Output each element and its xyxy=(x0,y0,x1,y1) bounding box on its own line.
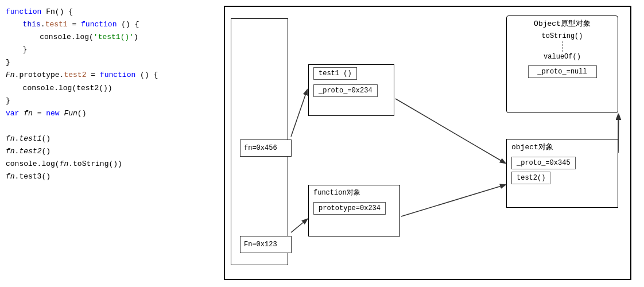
code-line-3: console.log('test1()') xyxy=(6,31,212,44)
valueof-row: valueOf() xyxy=(507,52,618,62)
code-line-9: var fn = new Fun() xyxy=(6,107,212,120)
test2-cell: test2() xyxy=(511,172,550,184)
obj-proto-title: Object原型对象 xyxy=(507,16,618,31)
prototype-cell: prototype=0x234 xyxy=(313,202,386,215)
null-cell: _proto_=null xyxy=(528,65,597,78)
outer-box: fn=0x456 Fn=0x123 test1 () _proto_=0x234… xyxy=(224,6,631,280)
obj-inner-cell1: _proto_=0x345 xyxy=(511,157,613,169)
svg-line-1 xyxy=(395,99,505,163)
proto345-cell: _proto_=0x345 xyxy=(511,157,576,169)
svg-line-5 xyxy=(618,115,619,152)
Fn-box: Fn=0x123 xyxy=(240,236,292,253)
svg-line-3 xyxy=(401,185,505,216)
code-line-12: fn.test2() xyxy=(6,145,212,158)
fn-box: fn=0x456 xyxy=(240,139,292,157)
tostring-row: toString() xyxy=(507,31,618,41)
svg-line-0 xyxy=(291,90,307,137)
keyword-this: this xyxy=(14,20,41,29)
code-line-2: this.test1 = function () { xyxy=(6,18,212,31)
code-line-7: console.log(test2()) xyxy=(6,82,212,95)
code-line-4: } xyxy=(6,44,212,56)
Fn-label: Fn=0x123 xyxy=(244,241,277,249)
diagram-panel: fn=0x456 Fn=0x123 test1 () _proto_=0x234… xyxy=(224,6,641,281)
test1-cell: test1 () xyxy=(313,67,357,80)
code-line-11: fn.test1() xyxy=(6,133,212,145)
obj-proto-box: Object原型对象 toString() valueOf() _proto_=… xyxy=(506,15,618,113)
code-line-blank xyxy=(6,120,212,133)
func-obj-title: function对象 xyxy=(309,185,399,200)
instance-row2: _proto_=0x234 xyxy=(309,82,394,99)
obj-instance-box: object对象 _proto_=0x345 test2() xyxy=(506,139,618,208)
dashed-line-1 xyxy=(562,41,562,52)
fn-label: fn=0x456 xyxy=(244,144,277,152)
obj-inner-cell2: test2() xyxy=(511,172,613,184)
code-line-5: } xyxy=(6,56,212,69)
code-panel: function Fn() { this.test1 = function ()… xyxy=(6,6,212,183)
left-tall-box: fn=0x456 Fn=0x123 xyxy=(231,18,288,265)
code-line-1: function Fn() { xyxy=(6,6,212,18)
code-line-14: fn.test3() xyxy=(6,170,212,183)
svg-line-2 xyxy=(291,219,307,232)
code-line-8: } xyxy=(6,95,212,107)
obj-instance-title: object对象 xyxy=(507,139,618,154)
proto-cell: _proto_=0x234 xyxy=(313,84,378,97)
instance-box: test1 () _proto_=0x234 xyxy=(308,64,394,116)
code-line-13: console.log(fn.toString()) xyxy=(6,158,212,170)
instance-row1: test1 () xyxy=(309,65,394,82)
keyword-function: function xyxy=(6,7,41,16)
func-obj-cell: prototype=0x234 xyxy=(313,202,395,215)
func-obj-box: function对象 prototype=0x234 xyxy=(308,185,400,236)
code-line-6: Fn.prototype.test2 = function () { xyxy=(6,69,212,82)
